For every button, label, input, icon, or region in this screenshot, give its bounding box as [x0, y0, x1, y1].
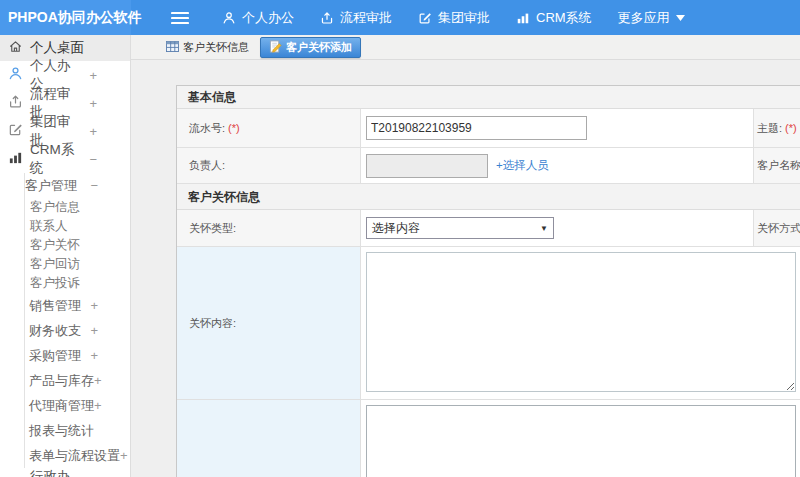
group-approve-icon — [418, 11, 432, 25]
sidebar-item-label: 客户投诉 — [30, 275, 80, 292]
care-type-field-cell: 选择内容 ▼ — [361, 210, 753, 246]
care-content-field-cell — [361, 247, 800, 399]
user-icon — [222, 11, 236, 25]
extra-content-label-cell — [177, 400, 361, 477]
serial-input[interactable] — [366, 116, 587, 140]
serial-label-cell: 流水号: (*) — [177, 109, 361, 147]
sidebar-item-sales-mgmt[interactable]: 销售管理+ — [25, 293, 130, 318]
nav-label: 更多应用 — [618, 9, 670, 27]
form-row-serial: 流水号: (*) 主题: (*) — [177, 109, 800, 148]
nav-crm-system[interactable]: CRM系统 — [503, 0, 605, 35]
expand-plus-icon[interactable]: + — [89, 68, 97, 83]
sidebar-item-products-inventory[interactable]: 产品与库存+ — [25, 368, 130, 393]
top-nav: 个人办公 流程审批 集团审批 CRM系统 更多应用 — [131, 0, 698, 35]
caret-down-icon: ▼ — [540, 224, 548, 233]
group-approve-icon — [8, 122, 23, 140]
collapse-minus-icon[interactable]: − — [89, 152, 97, 167]
sidebar-item-label: 客户管理 — [25, 177, 77, 195]
home-icon — [8, 39, 23, 57]
tab-customer-care-info[interactable]: 客户关怀信息 — [160, 38, 255, 57]
expand-plus-icon[interactable]: + — [89, 124, 97, 139]
nav-label: 集团审批 — [438, 9, 490, 27]
owner-field-cell: +选择人员 — [361, 148, 753, 183]
sidebar-item-label: 销售管理 — [29, 297, 81, 315]
customer-name-label-cell: 客户名称: (*) — [753, 148, 800, 183]
sidebar-item-crm-system[interactable]: CRM系统 − — [0, 145, 130, 173]
section-header-basic-info: 基本信息 — [177, 86, 800, 109]
owner-label-cell: 负责人: — [177, 148, 361, 183]
sidebar-item-label: 客户信息 — [30, 199, 80, 216]
app-window: PHPOA协同办公软件 个人办公 流程审批 集团审批 CRM系统 — [0, 0, 800, 477]
customer-care-add-form: 基本信息 流水号: (*) 主题: (*) — [176, 85, 800, 477]
nav-group-approval[interactable]: 集团审批 — [405, 0, 503, 35]
subject-label-cell: 主题: (*) — [753, 109, 800, 147]
care-method-label-cell: 关怀方式: — [753, 210, 800, 246]
sidebar-item-admin-office[interactable]: 行政办公 + — [0, 472, 130, 477]
expand-plus-icon[interactable]: + — [90, 348, 98, 363]
hamburger-menu-icon[interactable] — [171, 11, 189, 25]
sidebar-item-label: 表单与流程设置 — [29, 447, 120, 465]
sidebar-item-label: 客户回访 — [30, 256, 80, 273]
expand-plus-icon[interactable]: + — [94, 398, 102, 413]
extra-content-textarea[interactable] — [366, 405, 796, 477]
care-type-label: 关怀类型: — [189, 221, 236, 236]
expand-plus-icon[interactable]: + — [90, 323, 98, 338]
form-row-owner: 负责人: +选择人员 客户名称: (*) — [177, 148, 800, 184]
sidebar-item-finance[interactable]: 财务收支+ — [25, 318, 130, 343]
select-person-link[interactable]: +选择人员 — [496, 158, 549, 173]
edit-page-icon — [269, 40, 282, 55]
sidebar-item-label: 代理商管理 — [29, 397, 94, 415]
sidebar-item-customer-care[interactable]: 客户关怀 — [25, 236, 130, 255]
subject-label: 主题: — [757, 121, 782, 136]
top-header: PHPOA协同办公软件 个人办公 流程审批 集团审批 CRM系统 — [0, 0, 800, 35]
tab-label: 客户关怀添加 — [286, 40, 352, 55]
tab-bar: 客户关怀信息 客户关怀添加 — [131, 35, 800, 60]
content-area: 基本信息 流水号: (*) 主题: (*) — [131, 60, 800, 477]
sidebar-item-reports-stats[interactable]: 报表与统计 — [25, 418, 130, 443]
caret-down-icon — [676, 15, 685, 21]
main-area: 客户关怀信息 客户关怀添加 基本信息 流水号: (*) — [131, 35, 800, 477]
care-content-textarea[interactable] — [366, 252, 796, 392]
collapse-minus-icon[interactable]: − — [90, 178, 98, 193]
sidebar-item-contacts[interactable]: 联系人 — [25, 217, 130, 236]
sidebar-item-label: 报表与统计 — [29, 422, 94, 440]
required-marker: (*) — [785, 122, 797, 134]
section-header-care-info: 客户关怀信息 — [177, 184, 800, 210]
nav-personal-office[interactable]: 个人办公 — [209, 0, 307, 35]
extra-content-field-cell — [361, 400, 800, 477]
care-type-select[interactable]: 选择内容 ▼ — [366, 217, 554, 239]
bar-chart-icon — [516, 11, 530, 25]
selected-option: 选择内容 — [372, 220, 420, 237]
sidebar-item-forms-flow-settings[interactable]: 表单与流程设置+ — [25, 443, 130, 468]
care-type-label-cell: 关怀类型: — [177, 210, 361, 246]
sidebar-item-customer-complaint[interactable]: 客户投诉 — [25, 274, 130, 293]
required-marker: (*) — [228, 122, 240, 134]
sidebar-item-label: 联系人 — [30, 218, 68, 235]
owner-input[interactable] — [366, 154, 488, 178]
nav-workflow-approval[interactable]: 流程审批 — [307, 0, 405, 35]
expand-plus-icon[interactable]: + — [89, 96, 97, 111]
nav-more-apps[interactable]: 更多应用 — [605, 0, 698, 35]
user-icon — [8, 66, 23, 84]
sidebar-item-label: 财务收支 — [29, 322, 81, 340]
tab-customer-care-add[interactable]: 客户关怀添加 — [260, 37, 361, 58]
sidebar-item-agents-mgmt[interactable]: 代理商管理+ — [25, 393, 130, 418]
expand-plus-icon[interactable]: + — [94, 373, 102, 388]
sidebar-item-label: 个人桌面 — [30, 39, 84, 57]
nav-label: 个人办公 — [242, 9, 294, 27]
expand-plus-icon[interactable]: + — [90, 298, 98, 313]
owner-label: 负责人: — [189, 158, 225, 173]
sidebar-item-customer-info[interactable]: 客户信息 — [25, 198, 130, 217]
sidebar-item-customer-visit[interactable]: 客户回访 — [25, 255, 130, 274]
sidebar-item-customer-mgmt[interactable]: 客户管理 − — [4, 173, 130, 198]
sidebar-item-purchase-mgmt[interactable]: 采购管理+ — [25, 343, 130, 368]
crm-submenu: 客户管理 − 客户信息 联系人 客户关怀 客户回访 客户投诉 销售管理+ 财务收… — [24, 173, 130, 468]
app-logo: PHPOA协同办公软件 — [0, 0, 131, 35]
sidebar: 个人桌面 个人办公 + 流程审批 + 集团审批 + CRM系统 − — [0, 35, 131, 477]
nav-label: 流程审批 — [340, 9, 392, 27]
workflow-approve-icon — [320, 11, 334, 25]
workflow-approve-icon — [8, 94, 23, 112]
form-row-extra-content — [177, 400, 800, 477]
expand-plus-icon[interactable]: + — [120, 448, 128, 463]
care-content-label: 关怀内容: — [189, 316, 236, 331]
